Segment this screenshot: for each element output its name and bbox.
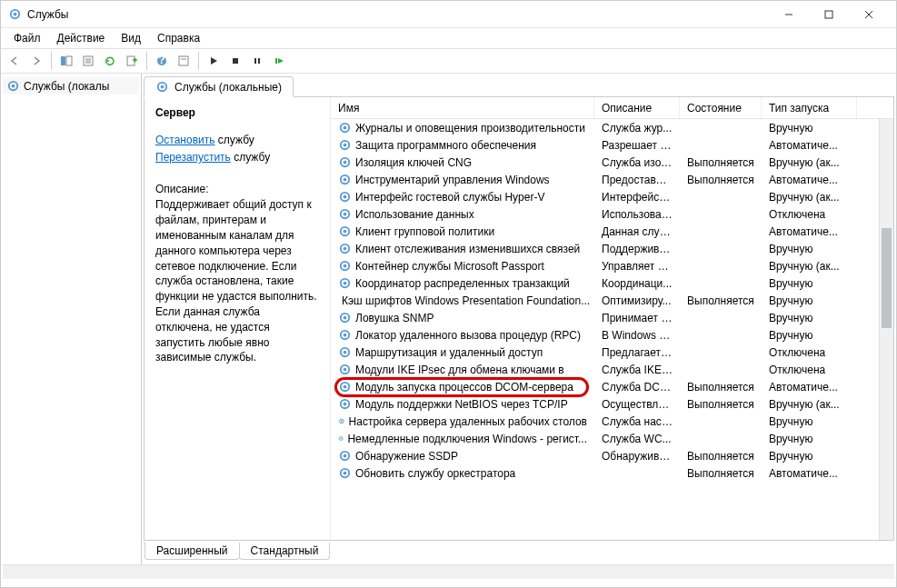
- menu-view[interactable]: Вид: [114, 30, 148, 46]
- service-icon: [338, 173, 352, 186]
- service-icon: [338, 414, 345, 428]
- service-row[interactable]: Ловушка SNMPПринимает с...Вручную: [331, 309, 893, 326]
- minimize-button[interactable]: [769, 2, 809, 27]
- service-row[interactable]: Кэш шрифтов Windows Presentation Foundat…: [331, 292, 893, 309]
- service-actions: Остановить службу Перезапустить службу: [155, 132, 319, 166]
- service-icon: [338, 155, 352, 169]
- svg-point-1: [14, 13, 17, 16]
- refresh-button[interactable]: [100, 51, 120, 71]
- service-icon: [338, 449, 352, 463]
- service-row[interactable]: Координатор распределенных транзакцийКоо…: [331, 274, 893, 292]
- svg-point-60: [341, 421, 343, 423]
- svg-point-22: [12, 85, 15, 88]
- svg-point-36: [344, 213, 347, 216]
- tab-extended[interactable]: Расширенный: [145, 543, 240, 560]
- col-state[interactable]: Состояние: [680, 97, 762, 118]
- service-row[interactable]: Модули IKE IPsec для обмена ключами вСлу…: [331, 361, 893, 378]
- services-list: Имя Описание Состояние Тип запуска Журна…: [331, 97, 893, 540]
- svg-point-62: [340, 438, 342, 440]
- svg-point-32: [344, 178, 347, 182]
- content-area: Службы (локалы Службы (локальные) Сервер…: [1, 74, 896, 564]
- tab-standard[interactable]: Стандартный: [239, 543, 331, 560]
- svg-point-26: [344, 126, 347, 130]
- svg-point-50: [344, 334, 347, 337]
- maximize-button[interactable]: [809, 2, 849, 27]
- restart-link[interactable]: Перезапустить: [155, 151, 231, 164]
- description-text: Поддерживает общий доступ к файлам, прин…: [155, 197, 319, 365]
- svg-point-34: [344, 195, 347, 199]
- tab-header: Службы (локальные): [144, 75, 894, 97]
- menu-action[interactable]: Действие: [50, 30, 113, 46]
- service-row[interactable]: Контейнер службы Microsoft PassportУправ…: [331, 257, 893, 274]
- bottom-tabs: Расширенный Стандартный: [144, 543, 894, 563]
- service-row[interactable]: Инструментарий управления WindowsПредост…: [331, 171, 893, 188]
- svg-rect-3: [825, 11, 832, 18]
- svg-point-58: [344, 403, 347, 406]
- service-row[interactable]: Клиент отслеживания изменившихся связейП…: [331, 240, 893, 257]
- svg-point-28: [344, 144, 347, 147]
- stop-link[interactable]: Остановить: [155, 134, 215, 146]
- service-row[interactable]: Локатор удаленного вызова процедур (RPC)…: [331, 326, 893, 344]
- services-icon: [6, 79, 20, 93]
- service-row[interactable]: Обнаружение SSDPОбнаружива...Выполняется…: [331, 447, 893, 464]
- service-row[interactable]: Маршрутизация и удаленный доступПредлага…: [331, 344, 893, 361]
- service-row[interactable]: Защита программного обеспеченияРазрешает…: [331, 136, 893, 154]
- service-icon: [338, 397, 352, 411]
- vertical-scrollbar[interactable]: [879, 119, 893, 540]
- list-header: Имя Описание Состояние Тип запуска: [331, 97, 893, 119]
- console-tree: Службы (локалы: [1, 74, 142, 564]
- svg-point-54: [344, 368, 347, 372]
- svg-point-30: [344, 161, 347, 164]
- service-icon: [338, 224, 352, 238]
- detail-pane: Службы (локальные) Сервер Остановить слу…: [142, 74, 896, 564]
- service-icon: [338, 328, 352, 342]
- svg-rect-19: [258, 58, 260, 64]
- show-hide-tree-button[interactable]: [56, 51, 76, 71]
- service-row[interactable]: Обновить службу оркестратораВыполняетсяА…: [331, 464, 893, 482]
- svg-point-44: [344, 282, 347, 285]
- restart-service-button[interactable]: [269, 51, 289, 71]
- svg-point-24: [161, 85, 164, 89]
- properties-button[interactable]: [78, 51, 98, 71]
- service-icon: [338, 380, 352, 394]
- selected-service-title: Сервер: [155, 106, 319, 119]
- horizontal-scrollbar[interactable]: [3, 564, 894, 579]
- menu-help[interactable]: Справка: [150, 30, 207, 46]
- menu-file[interactable]: Файл: [6, 30, 48, 46]
- tree-item-services[interactable]: Службы (локалы: [3, 77, 139, 95]
- titlebar: Службы: [1, 1, 896, 28]
- close-button[interactable]: [849, 2, 889, 27]
- service-icon: [338, 190, 352, 204]
- help-button[interactable]: ?: [152, 51, 172, 71]
- start-service-button[interactable]: [204, 51, 224, 71]
- service-row[interactable]: Настройка сервера удаленных рабочих стол…: [331, 413, 893, 430]
- service-row[interactable]: Журналы и оповещения производительностиС…: [331, 119, 893, 136]
- service-icon: [338, 345, 352, 359]
- export-button[interactable]: [122, 51, 142, 71]
- service-row[interactable]: Клиент групповой политикиДанная служ...А…: [331, 223, 893, 240]
- service-row[interactable]: Модуль поддержки NetBIOS через TCP/IPОсу…: [331, 395, 893, 413]
- service-icon: [338, 363, 352, 376]
- tab-services-local[interactable]: Службы (локальные): [144, 76, 294, 96]
- pause-service-button[interactable]: [247, 51, 267, 71]
- service-row[interactable]: Модуль запуска процессов DCOM-сервераСлу…: [331, 378, 893, 395]
- forward-button[interactable]: [26, 51, 46, 71]
- back-button[interactable]: [5, 51, 25, 71]
- svg-point-56: [344, 385, 347, 389]
- svg-point-66: [344, 472, 347, 475]
- svg-rect-17: [233, 58, 238, 64]
- stop-service-button[interactable]: [225, 51, 245, 71]
- menubar: Файл Действие Вид Справка: [1, 28, 896, 48]
- col-name[interactable]: Имя: [331, 97, 594, 118]
- svg-rect-12: [127, 56, 135, 65]
- col-startup[interactable]: Тип запуска: [762, 97, 857, 118]
- col-description[interactable]: Описание: [594, 97, 680, 118]
- service-row[interactable]: Изоляция ключей CNGСлужба изол...Выполня…: [331, 154, 893, 171]
- service-row[interactable]: Интерфейс гостевой службы Hyper-VИнтерфе…: [331, 188, 893, 205]
- svg-point-40: [344, 247, 347, 251]
- service-row[interactable]: Немедленные подключения Windows - регист…: [331, 430, 893, 447]
- service-row[interactable]: Использование данныхИспользован...Отключ…: [331, 205, 893, 223]
- svg-point-42: [344, 264, 347, 268]
- properties2-button[interactable]: [174, 51, 194, 71]
- service-icon: [338, 242, 352, 255]
